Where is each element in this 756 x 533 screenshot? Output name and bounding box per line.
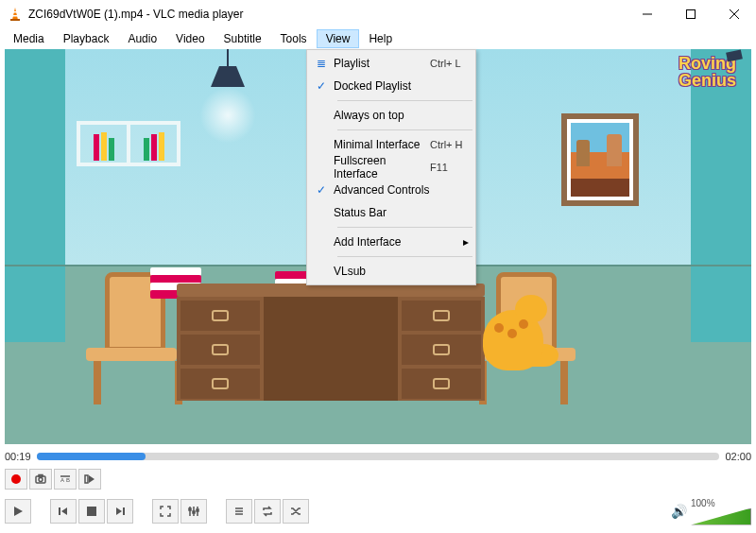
skip-forward-icon — [114, 506, 126, 517]
menu-subtitle[interactable]: Subtitle — [215, 29, 271, 48]
menu-separator — [337, 100, 472, 101]
scene-shelf — [77, 121, 180, 166]
svg-rect-26 — [197, 509, 198, 511]
advanced-controls: AB — [5, 467, 101, 491]
svg-marker-15 — [14, 507, 23, 516]
playlist-button[interactable] — [226, 499, 252, 524]
svg-rect-18 — [87, 507, 96, 516]
equalizer-icon — [188, 506, 199, 517]
svg-marker-17 — [61, 507, 67, 515]
svg-marker-0 — [12, 8, 18, 20]
vlc-cone-icon — [8, 7, 23, 22]
minimize-button[interactable] — [626, 0, 669, 28]
svg-rect-24 — [189, 508, 191, 510]
menu-view[interactable]: View — [317, 29, 360, 48]
extended-settings-button[interactable] — [180, 499, 207, 524]
scene-dinosaur — [477, 295, 557, 380]
previous-button[interactable] — [50, 499, 77, 524]
maximize-button[interactable] — [669, 0, 713, 28]
record-button[interactable] — [5, 469, 27, 490]
scene-desk — [177, 284, 485, 425]
elapsed-time[interactable]: 00:19 — [5, 451, 31, 462]
svg-marker-19 — [116, 507, 122, 515]
frame-step-icon — [84, 473, 95, 485]
svg-rect-5 — [687, 10, 696, 19]
window-title: ZCI69dVtW0E (1).mp4 - VLC media player — [28, 8, 243, 21]
menuitem-vlsub[interactable]: VLsub — [309, 260, 473, 283]
scene-wall-right — [691, 49, 751, 342]
svg-text:A: A — [60, 477, 64, 483]
scene-picture-frame — [561, 113, 639, 206]
shuffle-button[interactable] — [283, 499, 309, 524]
stop-icon — [87, 507, 96, 516]
brand-line2: Genius — [679, 72, 736, 89]
volume-slider[interactable] — [691, 508, 751, 525]
svg-rect-13 — [85, 475, 88, 483]
speaker-icon[interactable]: 🔊 — [671, 504, 687, 519]
scene-lamp — [211, 49, 245, 96]
loop-ab-button[interactable]: AB — [54, 469, 77, 490]
scene-wall-left — [5, 49, 65, 342]
menuitem-playlist[interactable]: ≣ Playlist Ctrl+ L — [309, 52, 473, 75]
next-button[interactable] — [107, 499, 133, 524]
menu-separator — [337, 256, 472, 257]
fullscreen-button[interactable] — [152, 499, 179, 524]
submenu-arrow-icon: ▸ — [463, 235, 469, 249]
record-icon — [11, 474, 21, 484]
stop-button[interactable] — [78, 499, 105, 524]
shuffle-icon — [290, 506, 301, 517]
play-button[interactable] — [5, 499, 31, 524]
menu-separator — [337, 227, 472, 228]
svg-marker-14 — [89, 475, 94, 483]
menuitem-status-bar[interactable]: Status Bar — [309, 201, 473, 224]
menu-bar: Media Playback Audio Video Subtitle Tool… — [0, 28, 756, 49]
menuitem-always-on-top[interactable]: Always on top — [309, 104, 473, 127]
loop-icon — [262, 506, 273, 517]
title-bar: ZCI69dVtW0E (1).mp4 - VLC media player — [0, 0, 756, 28]
svg-rect-2 — [12, 15, 18, 17]
menu-help[interactable]: Help — [359, 29, 402, 48]
check-icon: ✓ — [317, 79, 326, 93]
menuitem-fullscreen-interface[interactable]: Fullscreen Interface F11 — [309, 156, 473, 179]
total-time[interactable]: 02:00 — [725, 451, 751, 462]
video-brand-logo: Roving Genius — [679, 55, 736, 89]
playback-controls: 🔊 100% — [5, 495, 751, 527]
check-icon: ✓ — [317, 183, 326, 197]
menuitem-advanced-controls[interactable]: ✓ Advanced Controls — [309, 179, 473, 201]
time-bar: 00:19 02:00 — [5, 448, 751, 465]
menuitem-minimal-interface[interactable]: Minimal Interface Ctrl+ H — [309, 133, 473, 156]
list-icon: ≣ — [317, 57, 326, 70]
play-icon — [12, 506, 24, 517]
svg-point-9 — [39, 478, 43, 482]
close-button[interactable] — [713, 0, 756, 28]
menu-video[interactable]: Video — [166, 29, 214, 48]
frame-step-button[interactable] — [78, 469, 101, 490]
snapshot-button[interactable] — [29, 469, 52, 490]
menuitem-docked-playlist[interactable]: ✓ Docked Playlist — [309, 75, 473, 97]
menu-audio[interactable]: Audio — [118, 29, 166, 48]
loop-button[interactable] — [254, 499, 281, 524]
menu-media[interactable]: Media — [4, 29, 54, 48]
menu-playback[interactable]: Playback — [54, 29, 119, 48]
menu-tools[interactable]: Tools — [271, 29, 317, 48]
view-dropdown: ≣ Playlist Ctrl+ L ✓ Docked Playlist Alw… — [306, 49, 476, 285]
volume-percent: 100% — [691, 498, 751, 508]
menuitem-add-interface[interactable]: Add Interface ▸ — [309, 231, 473, 253]
menu-separator — [337, 129, 472, 130]
fullscreen-icon — [160, 506, 171, 517]
svg-rect-3 — [10, 19, 20, 21]
camera-icon — [35, 473, 46, 485]
playlist-icon — [233, 506, 245, 517]
loop-ab-icon: AB — [60, 473, 71, 485]
seek-slider[interactable] — [37, 453, 720, 460]
svg-rect-25 — [193, 511, 195, 513]
svg-rect-1 — [13, 11, 18, 13]
skip-back-icon — [58, 506, 69, 517]
svg-text:B: B — [66, 477, 70, 483]
